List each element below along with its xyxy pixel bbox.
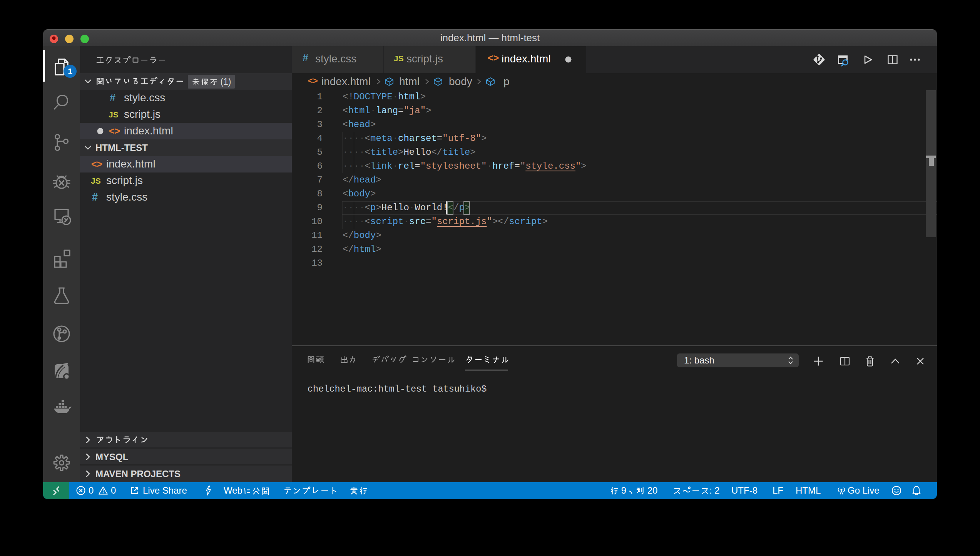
svg-text:1: 1 — [68, 67, 72, 75]
